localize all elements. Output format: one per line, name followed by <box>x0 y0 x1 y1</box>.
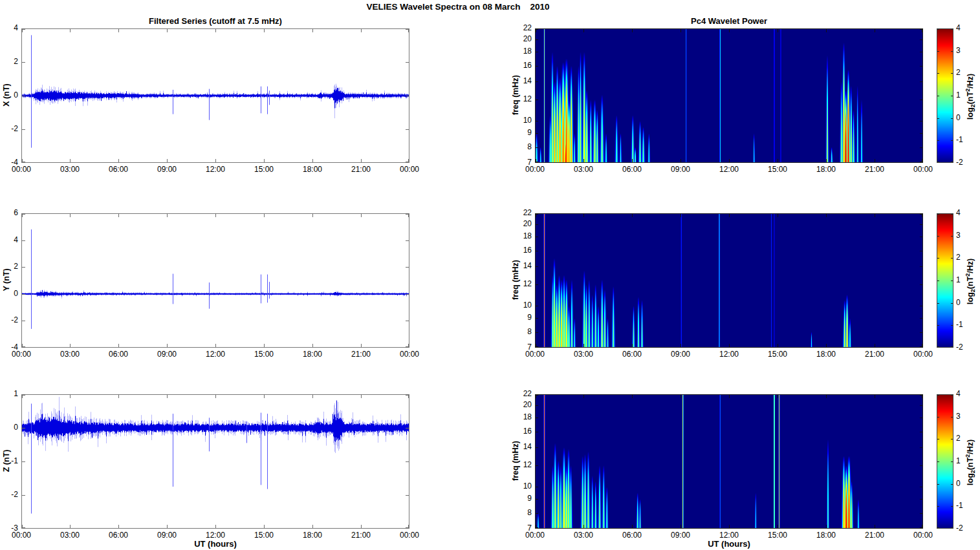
freq-tick-label: 12 <box>508 461 532 469</box>
colorbar-y <box>937 213 953 348</box>
timeseries-x-plot <box>21 28 409 163</box>
x-tick-label: 15:00 <box>250 531 278 540</box>
x-tick-label: 18:00 <box>812 165 840 174</box>
colorbar-tick-label: 4 <box>956 209 973 217</box>
freq-tick-label: 10 <box>508 116 532 125</box>
x-tick-label: 09:00 <box>153 165 181 174</box>
x-tick-label: 21:00 <box>860 531 889 540</box>
y-tick-label: -2 <box>0 125 18 133</box>
x-tick-label: 15:00 <box>763 531 792 540</box>
x-tick-label: 00:00 <box>909 531 937 540</box>
x-tick-label: 00:00 <box>395 165 424 174</box>
timeseries-y-plot <box>21 213 409 348</box>
x-axis-label-right: UT (hours) <box>535 539 923 549</box>
freq-tick-label: 22 <box>508 209 532 217</box>
colorbar-tick-label: 0 <box>956 299 973 307</box>
freq-tick-label: 12 <box>508 280 532 288</box>
y-tick-label: -2 <box>0 491 18 499</box>
y-tick-label: -4 <box>0 158 18 167</box>
figure-title: VELIES Wavelet Spectra on 08 March 2010 <box>0 2 916 12</box>
timeseries-z-plot <box>21 394 409 529</box>
y-tick-label: 4 <box>0 24 18 32</box>
x-tick-label: 09:00 <box>153 350 181 359</box>
freq-tick-label: 20 <box>508 401 532 409</box>
y-tick-label: 4 <box>0 236 18 244</box>
y-tick-label: 2 <box>0 58 18 66</box>
freq-tick-label: 12 <box>508 95 532 103</box>
colorbar-tick-label: 1 <box>956 91 973 100</box>
right-column-title: Pc4 Wavelet Power <box>535 16 923 26</box>
freq-tick-label: 22 <box>508 24 532 32</box>
x-tick-label: 12:00 <box>715 165 743 174</box>
x-tick-label: 15:00 <box>763 165 792 174</box>
x-tick-label: 21:00 <box>347 165 375 174</box>
x-tick-label: 18:00 <box>812 350 840 359</box>
freq-tick-label: 14 <box>508 443 532 451</box>
x-tick-label: 00:00 <box>395 350 424 359</box>
colorbar-z <box>937 394 953 529</box>
colorbar-tick-label: 0 <box>956 480 973 488</box>
freq-tick-label: 8 <box>508 509 532 517</box>
x-tick-label: 03:00 <box>56 165 84 174</box>
figure: VELIES Wavelet Spectra on 08 March 2010 … <box>0 0 980 550</box>
x-tick-label: 03:00 <box>569 350 598 359</box>
x-tick-label: 18:00 <box>298 531 327 540</box>
freq-tick-label: 20 <box>508 220 532 228</box>
freq-tick-label: 16 <box>508 61 532 70</box>
x-tick-label: 09:00 <box>666 531 695 540</box>
colorbar-tick-label: 3 <box>956 47 973 55</box>
colorbar-tick-label: 2 <box>956 69 973 77</box>
freq-tick-label: 7 <box>508 343 532 352</box>
x-tick-label: 06:00 <box>618 165 646 174</box>
freq-tick-label: 18 <box>508 413 532 421</box>
spectrogram-x-plot <box>535 28 923 163</box>
y-tick-label: 0 <box>0 423 18 432</box>
x-tick-label: 21:00 <box>347 350 375 359</box>
colorbar-tick-label: -1 <box>956 136 973 144</box>
x-tick-label: 00:00 <box>909 165 937 174</box>
y-tick-label: 0 <box>0 290 18 298</box>
x-tick-label: 21:00 <box>860 350 889 359</box>
freq-tick-label: 9 <box>508 129 532 137</box>
y-tick-label: 1 <box>0 390 18 398</box>
spectrogram-z-plot <box>535 394 923 529</box>
freq-tick-label: 7 <box>508 158 532 167</box>
colorbar-tick-label: 3 <box>956 231 973 240</box>
colorbar-tick-label: 4 <box>956 390 973 398</box>
freq-tick-label: 14 <box>508 262 532 270</box>
colorbar-tick-label: 1 <box>956 276 973 284</box>
freq-tick-label: 10 <box>508 301 532 310</box>
x-tick-label: 21:00 <box>860 165 889 174</box>
x-tick-label: 09:00 <box>153 531 181 540</box>
colorbar-x <box>937 28 953 163</box>
freq-tick-label: 16 <box>508 427 532 436</box>
freq-tick-label: 8 <box>508 328 532 336</box>
freq-tick-label: 18 <box>508 47 532 56</box>
colorbar-tick-label: 0 <box>956 114 973 122</box>
freq-tick-label: 7 <box>508 524 532 533</box>
x-tick-label: 00:00 <box>909 350 937 359</box>
freq-tick-label: 14 <box>508 77 532 85</box>
x-tick-label: 18:00 <box>298 350 327 359</box>
x-tick-label: 12:00 <box>715 350 743 359</box>
freq-tick-label: 16 <box>508 246 532 255</box>
x-tick-label: 06:00 <box>618 531 646 540</box>
freq-tick-label: 8 <box>508 143 532 151</box>
x-tick-label: 12:00 <box>201 165 230 174</box>
freq-tick-label: 9 <box>508 313 532 322</box>
colorbar-tick-label: -2 <box>956 524 973 533</box>
x-tick-label: 06:00 <box>104 165 133 174</box>
x-tick-label: 06:00 <box>104 350 133 359</box>
colorbar-tick-label: 2 <box>956 434 973 443</box>
x-tick-label: 03:00 <box>56 531 84 540</box>
colorbar-tick-label: -2 <box>956 158 973 167</box>
x-tick-label: 03:00 <box>569 165 598 174</box>
x-tick-label: 18:00 <box>812 531 840 540</box>
colorbar-tick-label: 2 <box>956 253 973 262</box>
x-tick-label: 15:00 <box>250 350 278 359</box>
colorbar-tick-label: 1 <box>956 457 973 465</box>
spectrogram-y-plot <box>535 213 923 348</box>
y-tick-label: -4 <box>0 343 18 352</box>
y-axis-label-y: Y (nT) <box>2 213 11 347</box>
freq-tick-label: 18 <box>508 232 532 240</box>
